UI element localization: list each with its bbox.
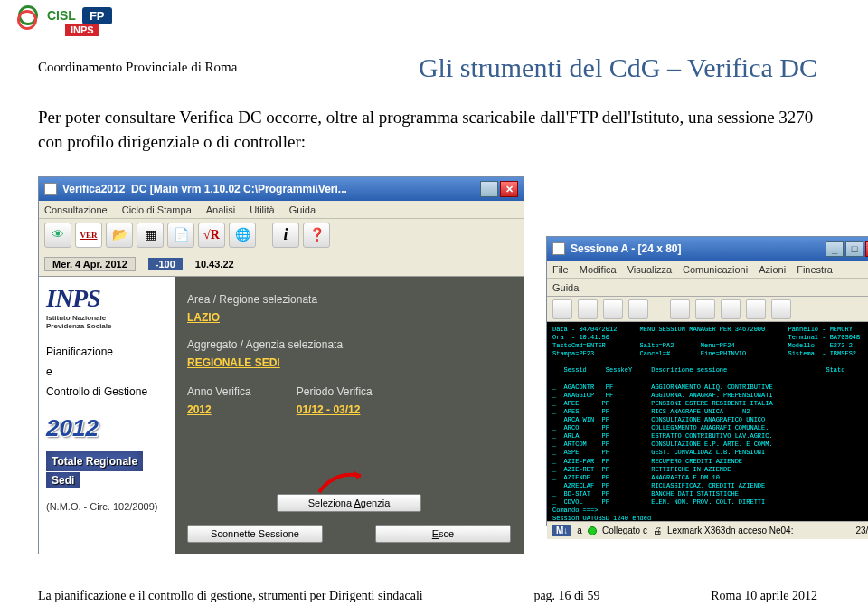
value-periodo: 01/12 - 03/12 [297,403,373,416]
app-icon [44,183,57,195]
ver-icon[interactable]: VER [75,223,102,248]
footer: La pianificazione e il controllo di gest… [38,589,817,603]
menu-guida[interactable]: Guida [289,204,316,215]
titlebar-right: Sessione A - [24 x 80] _ □ ✕ [547,237,868,261]
side-cdg: Controllo di Gestione [46,385,167,398]
verifica-app-window: Verifica2012_DC [Main vrm 1.10.02 C:\Pro… [38,176,524,554]
info-icon[interactable]: i [272,223,299,248]
side-plan: Pianificazione [46,346,167,358]
esce-button[interactable]: Esce [375,525,511,543]
term-tool-1[interactable] [552,299,572,319]
inps-logo: INPS [46,284,167,313]
term-minimize-button[interactable]: _ [826,241,844,257]
term-tool-7[interactable] [721,299,741,319]
neg-value: -100 [148,258,183,270]
seleziona-agenzia-button[interactable]: Seleziona Agenzia [277,494,421,512]
term-menu-finestra[interactable]: Finestra [797,264,833,275]
term-win-buttons: _ □ ✕ [826,241,868,257]
bottom-buttons: Sconnette Sessione Esce [187,525,511,543]
printer-icon: 🖨 [653,526,662,535]
footer-center: pag. 16 di 59 [533,589,599,603]
sconnette-button[interactable]: Sconnette Sessione [187,525,323,543]
term-menu-modifica[interactable]: Modifica [580,264,617,275]
grid-icon[interactable]: ▦ [137,223,164,248]
term-status-cursor: M↓ [552,525,571,536]
term-toolbar [547,297,868,322]
minimize-button[interactable]: _ [480,181,498,197]
menu-analisi[interactable]: Analisi [206,204,235,215]
side-e: e [46,365,167,378]
term-tool-4[interactable] [628,299,648,319]
term-status-printer: Lexmark X363dn acceso Ne04: [667,526,794,535]
time-display: 10.43.22 [195,259,234,270]
term-tool-9[interactable] [771,299,791,319]
label-aggregato: Aggregato / Agenzia selezionata [187,338,511,351]
term-tool-8[interactable] [746,299,766,319]
term-status-a: a [577,526,582,535]
year-display: 2012 [46,414,167,442]
page: CISL FP INPS Coordinamento Provinciale d… [0,0,868,616]
toolbar-left: 👁 VER 📂 ▦ 📄 √R 🌐 i ❓ [39,219,524,251]
term-tool-3[interactable] [603,299,623,319]
terminal-window: Sessione A - [24 x 80] _ □ ✕ File Modifi… [546,236,868,526]
term-status-conn: Collegato c [602,526,647,535]
term-tool-5[interactable] [670,299,690,319]
nmo-label: (N.M.O. - Circ. 102/2009) [46,501,167,512]
term-title: Sessione A - [24 x 80] [571,242,682,255]
coordination-label: Coordinamento Provinciale di Roma [38,60,237,75]
term-maximize-button[interactable]: □ [845,241,863,257]
menu-consultazione[interactable]: Consultazione [44,204,108,215]
term-icon [552,242,565,255]
inps-badge: INPS [65,24,99,36]
eye-icon[interactable]: 👁 [44,223,71,248]
tot-sedi: Sedi [46,472,80,488]
page-title: Gli strumenti del CdG – Verifica DC [419,52,817,83]
vr-icon[interactable]: √R [198,223,225,248]
window-buttons: _ ✕ [480,181,518,197]
window-title: Verifica2012_DC [Main vrm 1.10.02 C:\Pro… [62,183,347,195]
connected-dot-icon [588,526,597,535]
year-period-row: Anno Verifica 2012 Periodo Verifica 01/1… [187,385,511,416]
term-menu-azioni[interactable]: Azioni [759,264,786,275]
inps-subtitle: Istituto Nazionale Previdenza Sociale [46,315,167,331]
cisl-logo: CISL FP [18,5,112,25]
open-icon[interactable]: 📂 [106,223,133,248]
fp-badge: FP [82,7,112,24]
date-display: Mer. 4 Apr. 2012 [44,257,136,271]
footer-right: Roma 10 aprile 2012 [711,589,817,603]
globe-icon[interactable]: 🌐 [229,223,256,248]
tot-regionale: Totale Regionale [46,451,143,471]
menubar-left: Consultazione Ciclo di Stampa Analisi Ut… [39,201,524,219]
term-statusbar: M↓ a Collegato c 🖨 Lexmark X363dn acceso… [547,521,868,539]
terminal-screen[interactable]: Data - 04/04/2012 MENU SESSION MANAGER P… [547,322,868,521]
menu-utilita[interactable]: Utilità [250,204,275,215]
cisl-text: CISL [47,8,76,23]
label-area: Area / Regione selezionata [187,293,511,306]
select-row: Seleziona Agenzia [175,494,524,512]
red-arrow-annotation [317,467,372,496]
label-anno: Anno Verifica [187,385,251,398]
term-menu-guida[interactable]: Guida [552,282,579,293]
term-menubar: File Modifica Visualizza Comunicazioni A… [547,261,868,279]
term-menu-visualizza[interactable]: Visualizza [627,264,672,275]
close-button[interactable]: ✕ [500,181,518,197]
doc-icon[interactable]: 📄 [167,223,194,248]
term-menu-file[interactable]: File [552,264,569,275]
term-tool-6[interactable] [695,299,715,319]
menu-ciclo[interactable]: Ciclo di Stampa [122,204,192,215]
value-area: LAZIO [187,311,511,324]
content-panel: Area / Regione selezionata LAZIO Aggrega… [175,277,524,554]
main-area: INPS Istituto Nazionale Previdenza Socia… [39,277,524,554]
value-anno: 2012 [187,403,251,416]
term-menu-comunicazioni[interactable]: Comunicazioni [683,264,748,275]
sidebar: INPS Istituto Nazionale Previdenza Socia… [39,277,175,554]
value-aggregato: REGIONALE SEDI [187,356,511,369]
term-tool-2[interactable] [578,299,598,319]
titlebar-left: Verifica2012_DC [Main vrm 1.10.02 C:\Pro… [39,177,524,201]
cisl-ring-icon [18,5,38,25]
footer-left: La pianificazione e il controllo di gest… [38,589,423,603]
help-icon[interactable]: ❓ [303,223,330,248]
sub-toolbar: Mer. 4 Apr. 2012 -100 10.43.22 [39,251,524,277]
logo-area: CISL FP [18,5,112,25]
body-text: Per poter consultare Verifica DC occorre… [38,106,817,154]
